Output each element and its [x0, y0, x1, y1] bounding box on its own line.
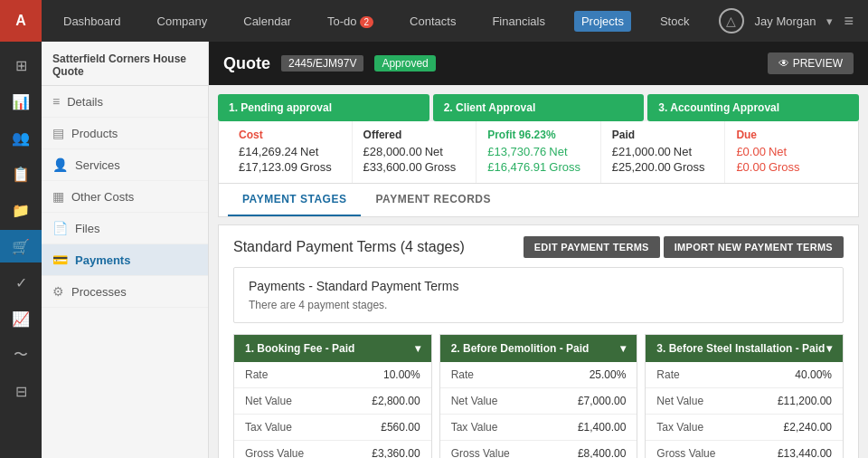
preview-button[interactable]: 👁 PREVIEW: [768, 52, 854, 74]
stage-1-chevron-icon[interactable]: ▾: [415, 342, 420, 355]
stage-2-tax-row: Tax Value £1,400.00: [440, 415, 637, 441]
user-name[interactable]: Jay Morgan: [755, 14, 816, 28]
stage-2-chevron-icon[interactable]: ▾: [620, 342, 626, 355]
payments-icon: 💳: [52, 253, 68, 267]
sidebar-item-other-costs[interactable]: ▦ Other Costs: [42, 181, 208, 213]
nav-contacts[interactable]: Contacts: [402, 11, 463, 32]
due-label: Due: [736, 129, 838, 141]
icon-folder[interactable]: 📁: [0, 194, 42, 226]
quote-id: 2445/EJM97V: [281, 55, 363, 72]
cost-gross-suffix: Gross: [300, 160, 332, 174]
stage-card-2-header: 2. Before Demolition - Paid ▾: [440, 335, 637, 362]
payment-header: Standard Payment Terms (4 stages) EDIT P…: [233, 236, 844, 258]
stage-2-gross-row: Gross Value £8,400.00: [440, 441, 637, 458]
stage-3-net-row: Net Value £11,200.00: [646, 388, 843, 415]
offered-gross: £33,600.00: [363, 160, 422, 174]
stage-1-gross-row: Gross Value £3,360.00: [234, 441, 431, 458]
cost-gross: £17,123.09: [239, 160, 297, 174]
nav-company[interactable]: Company: [150, 11, 215, 32]
stage-3-tax-row: Tax Value £2,240.00: [646, 415, 843, 441]
company-logo-icon: △: [719, 8, 744, 33]
fin-cost: Cost £14,269.24 Net £17,123.09 Gross: [228, 121, 353, 183]
nav-financials[interactable]: Financials: [485, 11, 552, 32]
profit-gross: £16,476.91: [487, 160, 546, 174]
stage-1-rate-row: Rate 10.00%: [234, 362, 431, 388]
icon-check[interactable]: ✓: [0, 266, 42, 299]
nav-dashboard[interactable]: Dashboard: [56, 11, 128, 32]
products-icon: ▤: [52, 126, 64, 140]
fin-profit: Profit 96.23% £13,730.76 Net £16,476.91 …: [476, 121, 601, 183]
payment-section: Standard Payment Terms (4 stages) EDIT P…: [218, 224, 859, 458]
sidebar-label-processes: Processes: [71, 285, 127, 299]
icon-cart[interactable]: 🛒: [0, 230, 42, 262]
profit-net: £13,730.76: [487, 145, 546, 158]
todo-badge: 2: [360, 16, 374, 28]
cost-net-suffix: Net: [300, 145, 318, 158]
nav-todo[interactable]: To-do2: [320, 11, 381, 32]
paid-gross-suffix: Gross: [674, 160, 705, 174]
stage-cards-grid: 1. Booking Fee - Paid ▾ Rate 10.00% Net …: [233, 334, 844, 458]
icon-chart[interactable]: 📊: [0, 85, 42, 118]
sidebar-item-products[interactable]: ▤ Products: [42, 118, 208, 149]
offered-net: £28,000.00: [363, 145, 422, 158]
payment-info-title: Payments - Standard Payment Terms: [249, 279, 828, 293]
import-payment-terms-button[interactable]: IMPORT NEW PAYMENT TERMS: [664, 236, 844, 258]
preview-icon: 👁: [778, 57, 789, 70]
icon-curve[interactable]: 〜: [0, 339, 42, 371]
sidebar-item-details[interactable]: ≡ Details: [42, 86, 208, 118]
tab-payment-records[interactable]: PAYMENT RECORDS: [361, 184, 505, 216]
tab-payment-stages[interactable]: PAYMENT STAGES: [228, 184, 361, 216]
offered-gross-suffix: Gross: [425, 160, 457, 174]
due-gross: £0.00: [736, 160, 766, 174]
payment-title: Standard Payment Terms (4 stages): [233, 239, 465, 255]
nav-projects[interactable]: Projects: [574, 11, 631, 32]
due-gross-suffix: Gross: [769, 160, 800, 174]
icon-block[interactable]: ⊟: [0, 375, 42, 407]
approval-stages: 1. Pending approval 2. Client Approval 3…: [209, 85, 868, 121]
quote-header: Quote 2445/EJM97V Approved 👁 PREVIEW: [209, 42, 868, 85]
menu-icon[interactable]: ≡: [844, 12, 854, 31]
icon-trend[interactable]: 📈: [0, 302, 42, 335]
sidebar-label-products: Products: [71, 127, 118, 140]
stage-2-net-row: Net Value £7,000.00: [440, 388, 637, 415]
nav-calendar[interactable]: Calendar: [236, 11, 298, 32]
main-content: Quote 2445/EJM97V Approved 👁 PREVIEW 1. …: [209, 42, 868, 458]
financial-summary: Cost £14,269.24 Net £17,123.09 Gross Off…: [218, 121, 859, 184]
sidebar-header: Satterfield Corners House Quote: [42, 42, 208, 86]
icon-sidebar: A ⊞ 📊 👥 📋 📁 🛒 ✓ 📈 〜 ⊟: [0, 0, 42, 458]
stage-accounting: 3. Accounting Approval: [647, 94, 859, 121]
sidebar-label-services: Services: [75, 158, 120, 172]
edit-payment-terms-button[interactable]: EDIT PAYMENT TERMS: [524, 236, 660, 258]
profit-gross-suffix: Gross: [549, 160, 580, 174]
paid-net: £21,000.00: [612, 145, 671, 158]
sidebar-label-other-costs: Other Costs: [71, 190, 134, 204]
sidebar-item-payments[interactable]: 💳 Payments: [42, 244, 208, 276]
sidebar-item-services[interactable]: 👤 Services: [42, 149, 208, 181]
sidebar-label-payments: Payments: [75, 253, 130, 267]
stage-card-1-header: 1. Booking Fee - Paid ▾: [234, 335, 431, 362]
icon-home[interactable]: ⊞: [0, 49, 42, 81]
app-logo: A: [0, 0, 42, 42]
fin-offered: Offered £28,000.00 Net £33,600.00 Gross: [353, 121, 477, 183]
stage-card-3: 3. Before Steel Installation - Paid ▾ Ra…: [645, 334, 844, 458]
cost-label: Cost: [239, 129, 341, 141]
user-dropdown-icon[interactable]: ▾: [826, 14, 833, 28]
stage-3-chevron-icon[interactable]: ▾: [826, 342, 832, 355]
nav-stock[interactable]: Stock: [653, 11, 697, 32]
icon-doc[interactable]: 📋: [0, 157, 42, 190]
fin-due: Due £0.00 Net £0.00 Gross: [725, 121, 849, 183]
stage-card-1: 1. Booking Fee - Paid ▾ Rate 10.00% Net …: [233, 334, 432, 458]
tabs-row: PAYMENT STAGES PAYMENT RECORDS: [218, 184, 859, 217]
paid-label: Paid: [612, 129, 714, 141]
sidebar-label-files: Files: [75, 222, 99, 235]
icon-people[interactable]: 👥: [0, 121, 42, 154]
details-icon: ≡: [52, 94, 60, 109]
sidebar-item-processes[interactable]: ⚙ Processes: [42, 276, 208, 308]
paid-net-suffix: Net: [674, 145, 692, 158]
due-net-suffix: Net: [769, 145, 787, 158]
stage-card-3-header: 3. Before Steel Installation - Paid ▾: [646, 335, 843, 362]
stage-card-2: 2. Before Demolition - Paid ▾ Rate 25.00…: [439, 334, 638, 458]
profit-label: Profit 96.23%: [487, 129, 590, 141]
stage-pending: 1. Pending approval: [218, 94, 429, 121]
sidebar-item-files[interactable]: 📄 Files: [42, 213, 208, 244]
